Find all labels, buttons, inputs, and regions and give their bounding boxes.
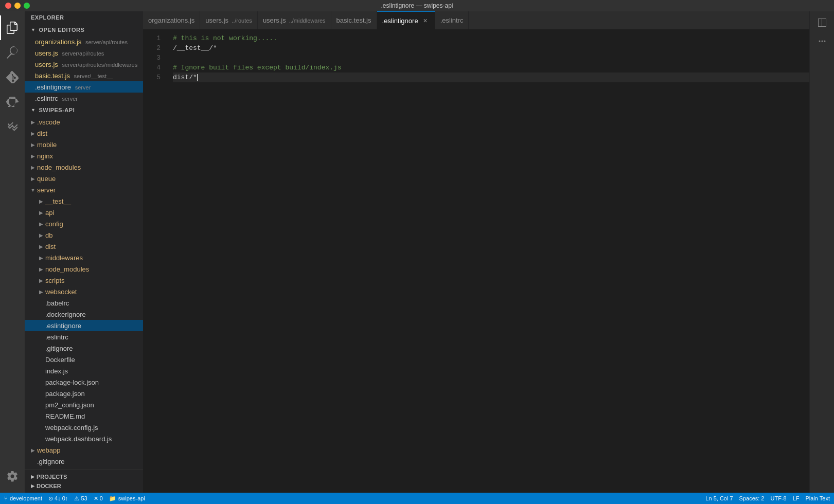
tree-mobile[interactable]: ▶ mobile <box>25 139 143 150</box>
docker-header[interactable]: ▶ DOCKER <box>25 481 143 491</box>
close-button[interactable] <box>5 3 11 9</box>
tab-users-routes-label: users.js <box>205 16 228 24</box>
tree-dist-server[interactable]: ▶ dist <box>25 241 143 252</box>
activity-extensions[interactable] <box>0 114 25 139</box>
tree-queue[interactable]: ▶ queue <box>25 173 143 184</box>
activity-debug[interactable] <box>0 89 25 114</box>
tree-packagejson[interactable]: package.json <box>25 388 143 399</box>
tree-vscode[interactable]: ▶ .vscode <box>25 116 143 128</box>
activity-bar <box>0 11 25 493</box>
status-line-ending[interactable]: LF <box>793 495 800 501</box>
activity-search[interactable] <box>0 40 25 65</box>
open-editor-eslintignore[interactable]: .eslintignore server <box>25 81 143 93</box>
open-editors-header[interactable]: ▼ OPEN EDITORS <box>25 24 143 36</box>
status-sync-text: ⊙ 4↓ 0↑ <box>48 495 68 502</box>
tree-db[interactable]: ▶ db <box>25 229 143 241</box>
tree-webapp[interactable]: ▶ webapp <box>25 444 143 456</box>
svg-point-1 <box>821 41 823 42</box>
title-bar: .eslintignore — swipes-api <box>0 0 834 11</box>
tree-nginx[interactable]: ▶ nginx <box>25 150 143 161</box>
tree-webpackdashboard[interactable]: webpack.dashboard.js <box>25 433 143 444</box>
minimize-button[interactable] <box>14 3 21 9</box>
tree-api[interactable]: ▶ api <box>25 207 143 218</box>
status-folder[interactable]: 📁 swipes-api <box>109 495 145 502</box>
status-bar: ⑂ development ⊙ 4↓ 0↑ ⚠ 53 ✕ 0 📁 swipes-… <box>0 493 834 504</box>
status-spaces-text: Spaces: 2 <box>739 495 765 501</box>
tree-pm2config[interactable]: pm2_config.json <box>25 399 143 410</box>
swipes-api-label: SWIPES-API <box>39 107 75 113</box>
traffic-lights <box>5 3 30 9</box>
tree-test-dir[interactable]: ▶ __test__ <box>25 195 143 207</box>
tree-dockerignore[interactable]: .dockerignore <box>25 309 143 320</box>
explorer-header[interactable]: EXPLORER <box>25 11 143 24</box>
tree-scripts[interactable]: ▶ scripts <box>25 275 143 286</box>
tab-users-middlewares[interactable]: users.js ../middlewares <box>258 11 331 29</box>
status-branch[interactable]: ⑂ development <box>4 495 42 501</box>
tab-users-middlewares-label: users.js <box>263 16 286 24</box>
status-errors-text: ✕ 0 <box>94 495 103 502</box>
status-encoding[interactable]: UTF-8 <box>770 495 786 501</box>
tab-users-routes[interactable]: users.js ../routes <box>200 11 258 29</box>
svg-point-2 <box>824 41 825 42</box>
status-language-text: Plain Text <box>806 495 830 501</box>
open-editor-eslintrc[interactable]: .eslintrc server <box>25 93 143 104</box>
code-line-3 <box>173 53 809 63</box>
tree-eslintignore-file[interactable]: .eslintignore <box>25 320 143 331</box>
tree-gitignore-server[interactable]: .gitignore <box>25 343 143 354</box>
tree-gitignore-root[interactable]: .gitignore <box>25 456 143 467</box>
activity-settings[interactable] <box>0 464 25 489</box>
projects-label: PROJECTS <box>37 474 67 480</box>
open-editor-basic-test[interactable]: basic.test.js server/__test__ <box>25 70 143 81</box>
code-line-4: # Ignore built files except build/index.… <box>173 63 809 73</box>
tree-webpackconfig[interactable]: webpack.config.js <box>25 422 143 433</box>
split-editor-icon[interactable] <box>814 14 830 31</box>
line-numbers: 1 2 3 4 5 <box>143 29 169 493</box>
tree-packagelock[interactable]: package-lock.json <box>25 376 143 388</box>
tab-eslintignore[interactable]: .eslintignore × <box>377 11 435 29</box>
tab-organizations[interactable]: organizations.js <box>143 11 200 29</box>
tree-middlewares[interactable]: ▶ middlewares <box>25 252 143 263</box>
tree-eslintrc-file[interactable]: .eslintrc <box>25 331 143 343</box>
status-errors[interactable]: ✕ 0 <box>94 495 103 502</box>
status-position[interactable]: Ln 5, Col 7 <box>705 495 733 501</box>
status-line-ending-text: LF <box>793 495 800 501</box>
status-warnings[interactable]: ⚠ 53 <box>74 495 87 502</box>
status-sync[interactable]: ⊙ 4↓ 0↑ <box>48 495 68 502</box>
tree-node-modules[interactable]: ▶ node_modules <box>25 161 143 173</box>
tab-eslintrc[interactable]: .eslintrc <box>435 11 469 29</box>
activity-explorer[interactable] <box>0 15 25 40</box>
tree-node-modules-server[interactable]: ▶ node_modules <box>25 263 143 275</box>
open-editor-users-routes[interactable]: users.js server/api/routes <box>25 47 143 59</box>
tab-eslintignore-label: .eslintignore <box>382 17 418 25</box>
sidebar: EXPLORER ▼ OPEN EDITORS organizations.js… <box>25 11 143 493</box>
swipes-api-header[interactable]: ▼ SWIPES-API <box>25 104 143 116</box>
open-editor-organizations[interactable]: organizations.js server/api/routes <box>25 36 143 47</box>
status-language[interactable]: Plain Text <box>806 495 830 501</box>
tree-dist[interactable]: ▶ dist <box>25 128 143 139</box>
tree-config[interactable]: ▶ config <box>25 218 143 229</box>
open-editors-label: OPEN EDITORS <box>39 27 84 33</box>
editor-area: organizations.js users.js ../routes user… <box>143 11 809 493</box>
tree-websocket[interactable]: ▶ websocket <box>25 286 143 297</box>
maximize-button[interactable] <box>24 3 30 9</box>
tab-close-eslintignore[interactable]: × <box>421 16 430 25</box>
status-position-text: Ln 5, Col 7 <box>705 495 733 501</box>
open-editor-users-middlewares[interactable]: users.js server/api/routes/middlewares <box>25 59 143 70</box>
tree-babelrc[interactable]: .babelrc <box>25 297 143 309</box>
status-right: Ln 5, Col 7 Spaces: 2 UTF-8 LF Plain Tex… <box>705 495 830 501</box>
more-options-icon[interactable] <box>814 33 830 49</box>
tree-indexjs[interactable]: index.js <box>25 365 143 376</box>
tab-organizations-label: organizations.js <box>148 16 194 24</box>
tree-dockerfile[interactable]: Dockerfile <box>25 354 143 365</box>
editor-content: 1 2 3 4 5 # this is not working..... /__… <box>143 29 809 493</box>
tab-basic-test[interactable]: basic.test.js <box>331 11 377 29</box>
status-spaces[interactable]: Spaces: 2 <box>739 495 765 501</box>
svg-point-0 <box>819 41 820 42</box>
projects-header[interactable]: ▶ PROJECTS <box>25 472 143 481</box>
open-editors-list: organizations.js server/api/routes users… <box>25 36 143 104</box>
activity-git[interactable] <box>0 65 25 89</box>
tree-server[interactable]: ▼ server <box>25 184 143 195</box>
tree-readme[interactable]: README.md <box>25 410 143 422</box>
window-title: .eslintignore — swipes-api <box>381 2 453 9</box>
code-editor[interactable]: # this is not working..... /__test__/* #… <box>169 29 809 493</box>
